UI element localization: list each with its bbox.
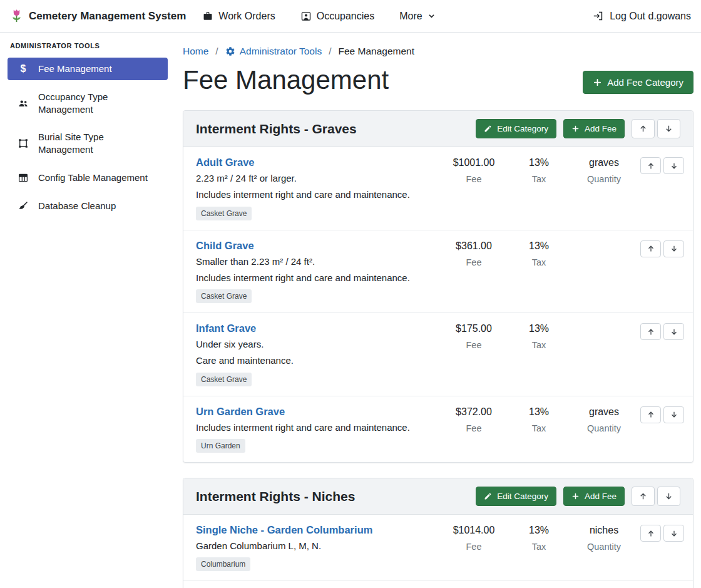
- breadcrumb-home-link[interactable]: Home: [183, 46, 208, 57]
- quantity-cell: niches Quantity: [571, 524, 637, 552]
- up-arrow-icon: [647, 244, 655, 253]
- fee-amount-cell: $372.00 Fee: [441, 405, 506, 433]
- nav-item-work-orders[interactable]: Work Orders: [202, 11, 275, 22]
- quantity-value: [571, 240, 637, 252]
- sidebar-item-config-table-management[interactable]: Config Table Management: [8, 167, 168, 189]
- sidebar-item-label: Burial Site Type Management: [38, 131, 160, 156]
- move-category-up-button[interactable]: [632, 487, 655, 506]
- tax-label: Tax: [506, 340, 571, 350]
- fee-name-link[interactable]: Urn Garden Grave: [196, 406, 285, 418]
- breadcrumb-admin-tools-link[interactable]: Administrator Tools: [225, 46, 322, 57]
- app-brand[interactable]: Cemetery Management System: [10, 8, 186, 24]
- down-arrow-icon: [664, 124, 673, 133]
- fee-row: Urn Garden Grave Includes interment righ…: [183, 396, 693, 462]
- users-icon: [18, 98, 29, 109]
- fee-amount-cell: $1014.00 Fee: [441, 524, 506, 552]
- down-arrow-icon: [670, 244, 678, 253]
- logout-label: Log Out d.gowans: [610, 11, 691, 22]
- move-category-down-button[interactable]: [657, 119, 680, 138]
- fee-info: Adult Grave 2.23 m² / 24 ft² or larger. …: [196, 156, 441, 220]
- add-fee-button[interactable]: Add Fee: [563, 119, 625, 138]
- move-fee-down-button[interactable]: [663, 240, 684, 257]
- breadcrumb-separator: /: [329, 46, 331, 57]
- sidebar-item-label: Fee Management: [38, 63, 112, 75]
- fee-label: Fee: [441, 257, 506, 267]
- tax-label: Tax: [506, 174, 571, 184]
- quantity-cell: graves Quantity: [571, 405, 637, 433]
- up-arrow-icon: [647, 162, 655, 170]
- breadcrumb-separator: /: [215, 46, 218, 57]
- fee-info: Child Grave Smaller than 2.23 m² / 24 ft…: [196, 239, 441, 304]
- fee-amount: $372.00: [441, 406, 506, 418]
- breadcrumb-current: Fee Management: [339, 46, 415, 57]
- move-fee-down-button[interactable]: [663, 157, 684, 174]
- edit-category-button[interactable]: Edit Category: [476, 487, 556, 506]
- add-fee-label: Add Fee: [585, 492, 617, 501]
- nav-item-occupancies[interactable]: Occupancies: [300, 11, 375, 22]
- move-fee-up-button[interactable]: [640, 525, 661, 542]
- fee-row: Infant Grave Under six years. Care and m…: [183, 313, 693, 396]
- tax-label: Tax: [506, 423, 571, 433]
- fee-name-link[interactable]: Single Niche - Garden Columbarium: [196, 524, 372, 536]
- broom-icon: [18, 200, 29, 212]
- add-fee-category-button[interactable]: Add Fee Category: [583, 71, 693, 94]
- up-arrow-icon: [638, 124, 648, 133]
- tax-cell: 13% Tax: [506, 524, 571, 552]
- fee-tag: Casket Grave: [196, 289, 252, 303]
- down-arrow-icon: [670, 162, 678, 170]
- down-arrow-icon: [670, 529, 678, 538]
- sidebar-item-occupancy-type-management[interactable]: Occupancy Type Management: [8, 86, 168, 121]
- pencil-icon: [484, 492, 492, 500]
- brand-title: Cemetery Management System: [29, 10, 186, 23]
- add-fee-button[interactable]: Add Fee: [563, 487, 625, 506]
- fee-description: Garden Columbarium L, M, N.: [196, 540, 435, 552]
- sidebar-item-burial-site-type-management[interactable]: Burial Site Type Management: [8, 126, 168, 161]
- sidebar-item-database-cleanup[interactable]: Database Cleanup: [8, 195, 168, 217]
- quantity-cell: [571, 239, 637, 257]
- fee-label: Fee: [441, 340, 506, 350]
- move-fee-up-button[interactable]: [640, 240, 661, 257]
- fee-info: Urn Garden Grave Includes interment righ…: [196, 405, 441, 453]
- move-fee-down-button[interactable]: [663, 525, 684, 542]
- move-fee-up-button[interactable]: [640, 157, 661, 174]
- fee-row: Adult Grave 2.23 m² / 24 ft² or larger. …: [183, 147, 693, 230]
- category-card-graves: Interment Rights - Graves Edit Category: [183, 110, 693, 463]
- fee-info: Single Niche - Garden Columbarium Garden…: [196, 524, 441, 571]
- move-fee-down-button[interactable]: [663, 323, 684, 340]
- edit-category-button[interactable]: Edit Category: [476, 119, 556, 138]
- add-fee-category-label: Add Fee Category: [607, 77, 683, 88]
- quantity-cell: graves Quantity: [571, 156, 637, 184]
- sidebar-item-fee-management[interactable]: $ Fee Management: [8, 58, 168, 80]
- fee-description: Includes interment right and care and ma…: [196, 189, 435, 200]
- fee-description: Under six years.: [196, 339, 435, 350]
- move-fee-up-button[interactable]: [640, 406, 661, 423]
- move-fee-up-button[interactable]: [640, 323, 661, 340]
- tax-value: 13%: [506, 240, 571, 252]
- quantity-label: Quantity: [571, 542, 637, 552]
- fee-name-link[interactable]: Adult Grave: [196, 157, 255, 168]
- tax-value: 13%: [506, 406, 571, 418]
- tax-value: 13%: [506, 525, 571, 537]
- tax-value: 13%: [506, 157, 571, 169]
- plus-icon: [593, 78, 602, 87]
- dollar-icon: $: [18, 64, 29, 74]
- up-arrow-icon: [647, 529, 655, 538]
- nav-item-label: More: [399, 11, 422, 22]
- fee-amount: $361.00: [441, 240, 506, 252]
- breadcrumb-home-label: Home: [183, 46, 208, 57]
- fee-amount: $175.00: [441, 323, 506, 335]
- nav-item-label: Work Orders: [218, 11, 275, 22]
- category-title: Interment Rights - Niches: [196, 489, 476, 504]
- move-fee-down-button[interactable]: [663, 406, 684, 423]
- logout-button[interactable]: Log Out d.gowans: [592, 10, 691, 22]
- fee-name-link[interactable]: Infant Grave: [196, 322, 256, 334]
- fee-label: Fee: [441, 542, 506, 552]
- top-navbar: Cemetery Management System Work Orders O…: [0, 0, 701, 33]
- category-header: Interment Rights - Graves Edit Category: [183, 111, 693, 147]
- gear-icon: [225, 46, 235, 56]
- fee-name-link[interactable]: Child Grave: [196, 240, 254, 252]
- up-arrow-icon: [638, 492, 648, 501]
- move-category-down-button[interactable]: [657, 487, 680, 506]
- nav-item-more[interactable]: More: [399, 11, 435, 22]
- move-category-up-button[interactable]: [632, 119, 655, 138]
